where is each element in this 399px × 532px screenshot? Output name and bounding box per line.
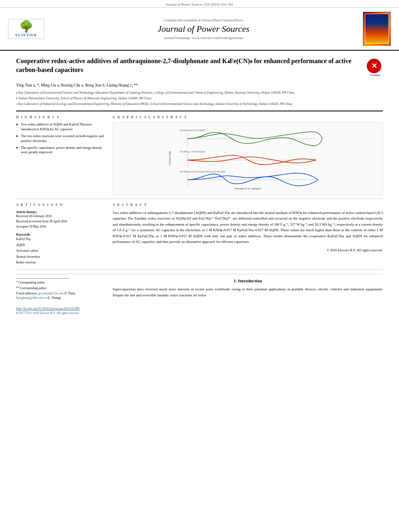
sciencedirect-text: Contents lists available at ScienceDirec… <box>164 18 222 22</box>
article-title: Cooperative redox-active additives of an… <box>16 57 359 75</box>
highlights-heading: H I G H L I G H T S <box>16 115 105 119</box>
abstract-text: Two redox additives of anthraquinone-2,7… <box>113 210 383 253</box>
email-link-1[interactable]: greenlusk@126.com <box>38 292 63 295</box>
highlight-item-2: The two redox reactions were occurred on… <box>16 134 105 144</box>
email-name-1-text: Y. Tian <box>65 292 74 295</box>
affiliation-c: c Key Laboratory of Industrial Ecology a… <box>16 102 383 107</box>
revised-date: Received in revised form 28 April 2016 <box>16 219 105 224</box>
graphical-abstract-column: G R A P H I C A L A B S T R A C T Curren… <box>113 115 383 195</box>
abstract-heading: A B S T R A C T <box>113 203 383 207</box>
bottom-section: * Corresponding author. ** Corresponding… <box>16 274 383 315</box>
affiliation-a: a Key Laboratory of Environmental Scienc… <box>16 90 383 95</box>
introduction-column: 1. Introduction Supercapacitors have rec… <box>113 278 383 315</box>
graphical-abstract-heading: G R A P H I C A L A B S T R A C T <box>113 115 383 119</box>
introduction-text: Supercapacitors have received much more … <box>113 286 383 298</box>
authors-text: Ying Tian a, *, Ming Liu a, Ruxing Che a… <box>16 83 138 87</box>
highlights-abstract-row: H I G H L I G H T S Two redox additives … <box>16 115 383 195</box>
footnotes-column: * Corresponding author. ** Corresponding… <box>16 278 105 315</box>
highlight-item-3: The specific capacitance, power density … <box>16 146 105 155</box>
crossmark-label: CrossMark <box>367 74 383 76</box>
footnote-rule <box>16 278 69 279</box>
keyword-1: K₄Fe(CN)₆ <box>16 236 105 242</box>
cv-chart: Current (A/g) Potential (V vs. Ag/AgCl) … <box>116 126 379 190</box>
accepted-date: Accepted 19 May 2016 <box>16 224 105 230</box>
issn-line: 0378-7753/© 2016 Elsevier B.V. All right… <box>16 311 105 315</box>
abstract-content: Two redox additives of anthraquinone-2,7… <box>113 211 383 244</box>
article-info-heading: A R T I C L E I N F O <box>16 203 105 207</box>
keyword-4: Neutral electrolyte <box>16 254 105 260</box>
doi-section: http://dx.doi.org/10.1016/j.jpowsour.201… <box>16 306 105 315</box>
keywords-label: Keywords: <box>16 232 105 236</box>
svg-text:Current (A/g): Current (A/g) <box>169 151 171 165</box>
article-history: Article history: Received 26 February 20… <box>16 210 105 229</box>
elsevier-logo: 🌳 ELSEVIER <box>8 19 44 39</box>
abstract-column: A B S T R A C T Two redox additives of a… <box>113 203 383 265</box>
keyword-5: Redox reaction <box>16 260 105 265</box>
svg-text:3 M KNO₃+0.017 M K₄Fe(CN)₆+0.0: 3 M KNO₃+0.017 M K₄Fe(CN)₆+0.017 M AQDS <box>179 170 226 173</box>
svg-text:2 M KNO₃+0.017 M AQDS: 2 M KNO₃+0.017 M AQDS <box>179 129 206 131</box>
svg-text:Potential (V vs. Ag/AgCl): Potential (V vs. Ag/AgCl) <box>234 187 261 190</box>
keywords-list: K₄Fe(CN)₆ AQDS Activated carbon Neutral … <box>16 236 105 265</box>
graphical-abstract-box: Current (A/g) Potential (V vs. Ag/AgCl) … <box>113 122 383 195</box>
journal-ref-text: Journal of Power Sources 324 (2016) 334–… <box>166 2 233 6</box>
journal-cover-inner <box>365 14 389 44</box>
journal-center: Contents lists available at ScienceDirec… <box>48 18 359 40</box>
journal-cover-image <box>363 12 391 46</box>
email-name-2-text: L. Huang <box>48 296 60 300</box>
crossmark-badge: ✕ CrossMark <box>367 59 383 75</box>
affiliations-section: a Key Laboratory of Environmental Scienc… <box>16 90 383 107</box>
affiliation-b: b Dalian Nationalities University, Schoo… <box>16 96 383 101</box>
authors-line: Ying Tian a, *, Ming Liu a, Ruxing Che a… <box>16 83 383 87</box>
corresponding-2: ** Corresponding author. <box>16 286 105 291</box>
keywords-section: Keywords: K₄Fe(CN)₆ AQDS Activated carbo… <box>16 232 105 265</box>
keyword-2: AQDS <box>16 242 105 248</box>
journal-homepage: journal homepage: www.elsevier.com/locat… <box>48 36 359 40</box>
highlights-list: Two redox additives of AQDS and K₄Fe(CN)… <box>16 122 105 155</box>
main-content: Cooperative redox-active additives of an… <box>0 51 399 321</box>
elsevier-brand: ELSEVIER <box>10 33 42 37</box>
keyword-3: Activated carbon <box>16 248 105 254</box>
elsevier-tree-icon: 🌳 <box>10 21 42 32</box>
article-title-section: Cooperative redox-active additives of an… <box>16 57 383 78</box>
copyright-notice: © 2016 Elsevier B.V. All rights reserved… <box>113 248 383 253</box>
article-info-column: A R T I C L E I N F O Article history: R… <box>16 203 105 265</box>
sciencedirect-info: Contents lists available at ScienceDirec… <box>48 18 359 22</box>
svg-text:2 M KNO₃, 1 M K₄Fe(CN)₆: 2 M KNO₃, 1 M K₄Fe(CN)₆ <box>179 150 206 153</box>
title-divider <box>16 111 383 111</box>
history-label: Article history: <box>16 210 105 214</box>
highlight-item-1: Two redox additives of AQDS and K₄Fe(CN)… <box>16 122 105 132</box>
crossmark-icon: ✕ <box>367 59 381 73</box>
introduction-heading: 1. Introduction <box>113 278 383 283</box>
homepage-label: journal homepage: <box>164 36 192 40</box>
info-abstract-row: A R T I C L E I N F O Article history: R… <box>16 203 383 265</box>
sciencedirect-link[interactable]: ScienceDirect <box>223 18 243 22</box>
email-footnote: E-mail addresses: greenlusk@126.com (Y. … <box>16 292 105 300</box>
journal-title: Journal of Power Sources <box>48 24 359 34</box>
history-dates: Received 26 February 2016 Received in re… <box>16 214 105 229</box>
section-divider-1 <box>16 199 383 199</box>
email-link-2[interactable]: lipinghuang@dlut.edu.cn <box>16 296 47 300</box>
email-label: E-mail addresses: <box>16 292 37 295</box>
received-date: Received 26 February 2016 <box>16 214 105 219</box>
corresponding-1: * Corresponding author. <box>16 281 105 285</box>
journal-header: 🌳 ELSEVIER Contents lists available at S… <box>0 8 399 51</box>
journal-reference: Journal of Power Sources 324 (2016) 334–… <box>0 0 399 8</box>
highlights-column: H I G H L I G H T S Two redox additives … <box>16 115 105 195</box>
section-divider-2 <box>16 269 383 270</box>
doi-link[interactable]: http://dx.doi.org/10.1016/j.jpowsour.201… <box>16 307 80 310</box>
homepage-link[interactable]: www.elsevier.com/locate/jpowsour <box>192 36 243 40</box>
